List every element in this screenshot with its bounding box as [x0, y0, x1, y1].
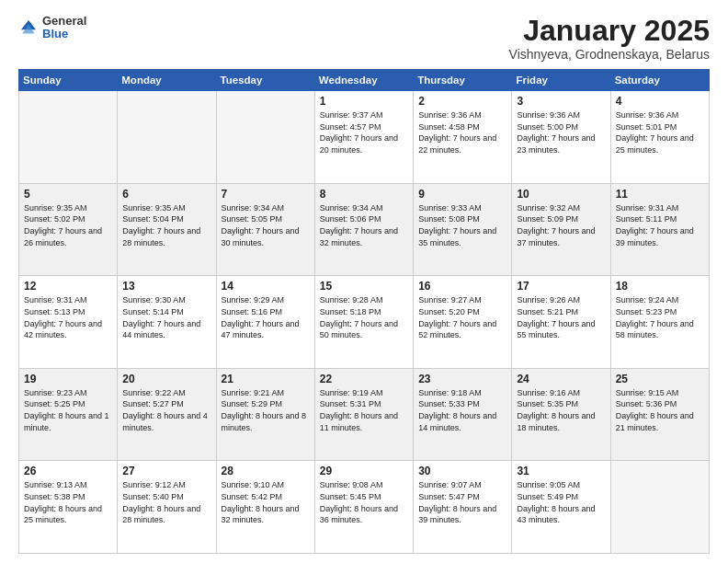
- day-number: 6: [122, 188, 210, 201]
- header-tuesday: Tuesday: [216, 70, 314, 91]
- day-number: 28: [222, 465, 310, 477]
- day-info: Sunrise: 9:29 AM Sunset: 5:16 PM Dayligh…: [222, 294, 310, 340]
- header: General Blue January 2025 Vishnyeva, Gro…: [18, 15, 710, 62]
- day-number: 24: [517, 373, 605, 385]
- calendar-cell: 18Sunrise: 9:24 AM Sunset: 5:23 PM Dayli…: [610, 276, 709, 369]
- day-number: 17: [517, 280, 605, 293]
- calendar-cell: 6Sunrise: 9:35 AM Sunset: 5:04 PM Daylig…: [118, 183, 216, 276]
- header-monday: Monday: [118, 70, 216, 91]
- day-number: 14: [222, 280, 310, 293]
- day-number: 12: [24, 280, 112, 293]
- day-number: 4: [616, 95, 704, 108]
- day-number: 10: [517, 188, 605, 201]
- day-number: 25: [616, 373, 704, 385]
- day-info: Sunrise: 9:08 AM Sunset: 5:45 PM Dayligh…: [320, 479, 408, 525]
- calendar-cell: 14Sunrise: 9:29 AM Sunset: 5:16 PM Dayli…: [216, 276, 314, 369]
- calendar-cell: 9Sunrise: 9:33 AM Sunset: 5:08 PM Daylig…: [414, 183, 512, 276]
- day-number: 13: [122, 280, 210, 293]
- day-number: 26: [24, 465, 112, 477]
- logo-icon: [18, 17, 39, 38]
- day-number: 11: [616, 188, 704, 201]
- calendar-cell: 29Sunrise: 9:08 AM Sunset: 5:45 PM Dayli…: [314, 461, 413, 554]
- day-number: 19: [24, 373, 112, 385]
- day-number: 27: [122, 465, 210, 477]
- day-info: Sunrise: 9:15 AM Sunset: 5:36 PM Dayligh…: [616, 387, 704, 433]
- calendar-cell: 17Sunrise: 9:26 AM Sunset: 5:21 PM Dayli…: [512, 276, 610, 369]
- day-number: 3: [517, 95, 605, 108]
- day-number: 8: [320, 188, 408, 201]
- calendar-week-3: 12Sunrise: 9:31 AM Sunset: 5:13 PM Dayli…: [19, 276, 710, 369]
- header-thursday: Thursday: [414, 70, 512, 91]
- day-info: Sunrise: 9:36 AM Sunset: 5:00 PM Dayligh…: [517, 109, 605, 155]
- day-number: 22: [320, 373, 408, 385]
- calendar-cell: [118, 91, 216, 184]
- day-number: 9: [418, 188, 506, 201]
- calendar-cell: 3Sunrise: 9:36 AM Sunset: 5:00 PM Daylig…: [512, 91, 610, 184]
- calendar-week-4: 19Sunrise: 9:23 AM Sunset: 5:25 PM Dayli…: [19, 368, 710, 461]
- day-info: Sunrise: 9:27 AM Sunset: 5:20 PM Dayligh…: [418, 294, 506, 340]
- calendar-cell: 10Sunrise: 9:32 AM Sunset: 5:09 PM Dayli…: [512, 183, 610, 276]
- title-block: January 2025 Vishnyeva, Grodnenskaya, Be…: [509, 15, 710, 62]
- calendar-cell: 11Sunrise: 9:31 AM Sunset: 5:11 PM Dayli…: [610, 183, 709, 276]
- day-info: Sunrise: 9:36 AM Sunset: 5:01 PM Dayligh…: [616, 109, 704, 155]
- day-info: Sunrise: 9:07 AM Sunset: 5:47 PM Dayligh…: [418, 479, 506, 525]
- header-wednesday: Wednesday: [314, 70, 413, 91]
- day-info: Sunrise: 9:05 AM Sunset: 5:49 PM Dayligh…: [517, 479, 605, 525]
- calendar-cell: 30Sunrise: 9:07 AM Sunset: 5:47 PM Dayli…: [414, 461, 512, 554]
- calendar-cell: 12Sunrise: 9:31 AM Sunset: 5:13 PM Dayli…: [19, 276, 118, 369]
- day-info: Sunrise: 9:31 AM Sunset: 5:11 PM Dayligh…: [616, 202, 704, 248]
- location-subtitle: Vishnyeva, Grodnenskaya, Belarus: [509, 47, 710, 62]
- day-number: 21: [222, 373, 310, 385]
- day-info: Sunrise: 9:22 AM Sunset: 5:27 PM Dayligh…: [122, 387, 210, 433]
- day-number: 30: [418, 465, 506, 477]
- day-info: Sunrise: 9:18 AM Sunset: 5:33 PM Dayligh…: [418, 387, 506, 433]
- header-saturday: Saturday: [610, 70, 709, 91]
- calendar-cell: 2Sunrise: 9:36 AM Sunset: 4:58 PM Daylig…: [414, 91, 512, 184]
- day-number: 16: [418, 280, 506, 293]
- calendar-cell: 5Sunrise: 9:35 AM Sunset: 5:02 PM Daylig…: [19, 183, 118, 276]
- calendar-cell: 25Sunrise: 9:15 AM Sunset: 5:36 PM Dayli…: [610, 368, 709, 461]
- day-info: Sunrise: 9:26 AM Sunset: 5:21 PM Dayligh…: [517, 294, 605, 340]
- day-info: Sunrise: 9:37 AM Sunset: 4:57 PM Dayligh…: [320, 109, 408, 155]
- calendar-cell: 1Sunrise: 9:37 AM Sunset: 4:57 PM Daylig…: [314, 91, 413, 184]
- day-number: 20: [122, 373, 210, 385]
- day-info: Sunrise: 9:33 AM Sunset: 5:08 PM Dayligh…: [418, 202, 506, 248]
- logo-text: General Blue: [42, 15, 86, 41]
- weekday-header-row: Sunday Monday Tuesday Wednesday Thursday…: [19, 70, 710, 91]
- day-info: Sunrise: 9:32 AM Sunset: 5:09 PM Dayligh…: [517, 202, 605, 248]
- day-number: 31: [517, 465, 605, 477]
- page: General Blue January 2025 Vishnyeva, Gro…: [0, 0, 728, 563]
- day-info: Sunrise: 9:23 AM Sunset: 5:25 PM Dayligh…: [24, 387, 112, 433]
- day-info: Sunrise: 9:16 AM Sunset: 5:35 PM Dayligh…: [517, 387, 605, 433]
- calendar-cell: [610, 461, 709, 554]
- day-info: Sunrise: 9:19 AM Sunset: 5:31 PM Dayligh…: [320, 387, 408, 433]
- day-info: Sunrise: 9:35 AM Sunset: 5:04 PM Dayligh…: [122, 202, 210, 248]
- day-number: 5: [24, 188, 112, 201]
- day-number: 29: [320, 465, 408, 477]
- calendar-cell: 7Sunrise: 9:34 AM Sunset: 5:05 PM Daylig…: [216, 183, 314, 276]
- day-info: Sunrise: 9:34 AM Sunset: 5:05 PM Dayligh…: [222, 202, 310, 248]
- calendar-cell: 21Sunrise: 9:21 AM Sunset: 5:29 PM Dayli…: [216, 368, 314, 461]
- day-info: Sunrise: 9:28 AM Sunset: 5:18 PM Dayligh…: [320, 294, 408, 340]
- logo-general: General: [42, 15, 86, 28]
- header-friday: Friday: [512, 70, 610, 91]
- calendar-cell: 19Sunrise: 9:23 AM Sunset: 5:25 PM Dayli…: [19, 368, 118, 461]
- calendar-cell: 8Sunrise: 9:34 AM Sunset: 5:06 PM Daylig…: [314, 183, 413, 276]
- month-title: January 2025: [509, 15, 710, 47]
- day-info: Sunrise: 9:30 AM Sunset: 5:14 PM Dayligh…: [122, 294, 210, 340]
- calendar-cell: 27Sunrise: 9:12 AM Sunset: 5:40 PM Dayli…: [118, 461, 216, 554]
- logo: General Blue: [18, 15, 86, 41]
- calendar-cell: 13Sunrise: 9:30 AM Sunset: 5:14 PM Dayli…: [118, 276, 216, 369]
- day-info: Sunrise: 9:31 AM Sunset: 5:13 PM Dayligh…: [24, 294, 112, 340]
- day-info: Sunrise: 9:21 AM Sunset: 5:29 PM Dayligh…: [222, 387, 310, 433]
- day-info: Sunrise: 9:34 AM Sunset: 5:06 PM Dayligh…: [320, 202, 408, 248]
- day-info: Sunrise: 9:13 AM Sunset: 5:38 PM Dayligh…: [24, 479, 112, 525]
- calendar-cell: 20Sunrise: 9:22 AM Sunset: 5:27 PM Dayli…: [118, 368, 216, 461]
- day-number: 2: [418, 95, 506, 108]
- day-info: Sunrise: 9:10 AM Sunset: 5:42 PM Dayligh…: [222, 479, 310, 525]
- day-number: 7: [222, 188, 310, 201]
- day-number: 15: [320, 280, 408, 293]
- day-info: Sunrise: 9:12 AM Sunset: 5:40 PM Dayligh…: [122, 479, 210, 525]
- calendar-cell: 15Sunrise: 9:28 AM Sunset: 5:18 PM Dayli…: [314, 276, 413, 369]
- day-number: 23: [418, 373, 506, 385]
